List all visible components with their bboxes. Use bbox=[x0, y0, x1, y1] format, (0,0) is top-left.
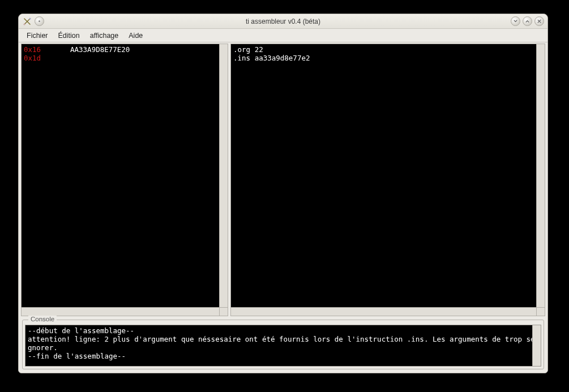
addr-cell: 0x1d bbox=[24, 54, 70, 62]
scroll-corner bbox=[536, 307, 545, 316]
console-text: --début de l'assemblage-- attention! lig… bbox=[28, 326, 538, 360]
console-line: attention! ligne: 2 plus d'argument que … bbox=[28, 335, 541, 343]
vertical-scrollbar[interactable] bbox=[532, 325, 541, 366]
menu-help[interactable]: Aide bbox=[124, 31, 147, 41]
disassembly-content: 0x16AA33A9D8E77E20 0x1d bbox=[22, 44, 228, 63]
console-line: gnorer. bbox=[28, 343, 58, 352]
minimize-button[interactable] bbox=[511, 16, 520, 26]
menubar: Fichier Édition affichage Aide bbox=[19, 29, 547, 42]
titlebar-right-icons bbox=[511, 16, 544, 26]
scroll-corner bbox=[219, 307, 228, 316]
source-pane[interactable]: .org 22 .ins aa33a9d8e77e2 bbox=[230, 44, 545, 316]
console-output[interactable]: --début de l'assemblage-- attention! lig… bbox=[25, 325, 541, 367]
console-caption: Console bbox=[28, 316, 57, 322]
app-window: ti assembleur v0.4 (béta) Fichier Éditio… bbox=[18, 14, 548, 373]
close-button[interactable] bbox=[534, 16, 544, 26]
console-area: Console --début de l'assemblage-- attent… bbox=[19, 317, 547, 373]
console-frame: Console --début de l'assemblage-- attent… bbox=[22, 320, 544, 369]
work-area: 0x16AA33A9D8E77E20 0x1d .org 22 .ins aa3… bbox=[19, 42, 547, 317]
console-line: --fin de l'assemblage-- bbox=[28, 352, 126, 360]
disassembly-pane[interactable]: 0x16AA33A9D8E77E20 0x1d bbox=[21, 44, 228, 316]
titlebar-left-icons bbox=[22, 16, 44, 27]
bytes-cell: AA33A9D8E77E20 bbox=[70, 45, 130, 54]
source-line: .org 22 bbox=[233, 45, 263, 54]
addr-cell: 0x16 bbox=[24, 45, 70, 54]
menu-view[interactable]: affichage bbox=[85, 31, 123, 41]
window-title: ti assembleur v0.4 (béta) bbox=[19, 18, 547, 25]
vertical-scrollbar[interactable] bbox=[536, 44, 545, 307]
source-line: .ins aa33a9d8e77e2 bbox=[233, 54, 310, 62]
menu-file[interactable]: Fichier bbox=[22, 31, 53, 41]
menu-edit[interactable]: Édition bbox=[54, 31, 84, 41]
horizontal-scrollbar[interactable] bbox=[22, 307, 219, 316]
svg-point-4 bbox=[38, 20, 40, 22]
titlebar-pin-button[interactable] bbox=[35, 16, 44, 26]
svg-point-2 bbox=[23, 23, 25, 25]
console-line: --début de l'assemblage-- bbox=[28, 326, 134, 335]
source-content: .org 22 .ins aa33a9d8e77e2 bbox=[231, 44, 545, 63]
maximize-button[interactable] bbox=[523, 16, 532, 26]
svg-point-3 bbox=[29, 18, 31, 19]
app-icon bbox=[22, 16, 32, 27]
titlebar[interactable]: ti assembleur v0.4 (béta) bbox=[19, 14, 547, 29]
horizontal-scrollbar[interactable] bbox=[231, 307, 536, 316]
window-shadow: ti assembleur v0.4 (béta) Fichier Éditio… bbox=[18, 14, 548, 373]
vertical-scrollbar[interactable] bbox=[219, 44, 228, 307]
